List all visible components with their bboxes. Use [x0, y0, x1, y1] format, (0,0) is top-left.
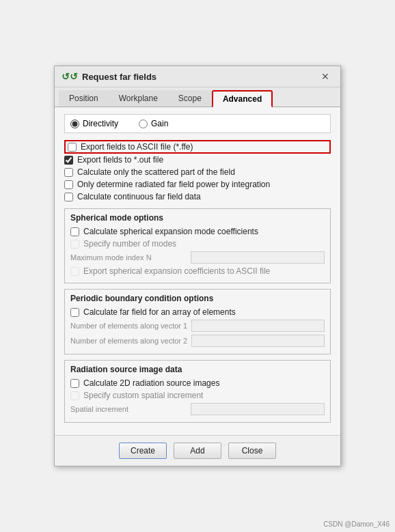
- export-coeff-row: Export spherical expansion coefficients …: [70, 265, 325, 277]
- export-ascii-label[interactable]: Export fields to ASCII file (*.ffe): [81, 142, 193, 152]
- tab-position[interactable]: Position: [59, 90, 109, 107]
- calc-2d-checkbox[interactable]: [70, 379, 79, 388]
- vector2-row: Number of elements along vector 2: [70, 333, 325, 348]
- specify-modes-row: Specify number of modes: [70, 238, 325, 250]
- export-ascii-row: Export fields to ASCII file (*.ffe): [64, 140, 331, 154]
- dialog-icon: ↺↺: [62, 71, 78, 82]
- radiated-checkbox[interactable]: [64, 180, 73, 189]
- calc-expansion-checkbox[interactable]: [70, 227, 79, 236]
- calc-far-row: Calculate far field for an array of elem…: [70, 306, 325, 318]
- tab-scope[interactable]: Scope: [168, 90, 212, 107]
- spherical-group: Spherical mode options Calculate spheric…: [64, 208, 331, 283]
- close-button[interactable]: ✕: [317, 70, 333, 83]
- periodic-group-label: Periodic boundary condition options: [70, 294, 325, 303]
- add-button[interactable]: Add: [174, 443, 221, 459]
- calc-2d-label[interactable]: Calculate 2D radiation source images: [83, 378, 219, 388]
- calc-far-checkbox[interactable]: [70, 308, 79, 317]
- continuous-checkbox[interactable]: [64, 193, 73, 201]
- gain-label: Gain: [151, 119, 168, 128]
- export-out-row: Export fields to *.out file: [64, 154, 331, 166]
- vector1-label: Number of elements along vector 1: [70, 322, 187, 330]
- custom-increment-label: Specify custom spatial increment: [83, 391, 203, 400]
- tab-advanced[interactable]: Advanced: [212, 90, 273, 107]
- specify-modes-checkbox[interactable]: [70, 240, 79, 249]
- calc-2d-row: Calculate 2D radiation source images: [70, 377, 325, 389]
- export-coeff-label: Export spherical expansion coefficients …: [83, 266, 270, 276]
- scattered-row: Calculate only the scattered part of the…: [64, 166, 331, 178]
- spatial-increment-label: Spatial increment: [70, 405, 187, 413]
- scattered-label[interactable]: Calculate only the scattered part of the…: [77, 167, 235, 177]
- scattered-checkbox[interactable]: [64, 168, 73, 177]
- max-index-input[interactable]: [191, 251, 325, 264]
- directivity-radio[interactable]: [70, 120, 79, 128]
- radiation-group: Radiation source image data Calculate 2D…: [64, 360, 331, 423]
- specify-modes-label: Specify number of modes: [83, 239, 176, 249]
- directivity-label: Directivity: [83, 119, 118, 128]
- radio-group: Directivity Gain: [64, 114, 331, 133]
- export-coeff-checkbox[interactable]: [70, 267, 79, 276]
- radiated-row: Only determine radiated far field power …: [64, 178, 331, 191]
- footer: Create Add Close: [55, 435, 340, 466]
- close-dialog-button[interactable]: Close: [228, 443, 276, 459]
- create-button[interactable]: Create: [119, 443, 167, 459]
- export-out-checkbox[interactable]: [64, 156, 73, 165]
- custom-increment-checkbox[interactable]: [70, 391, 79, 400]
- title-bar: ↺↺ Request far fields ✕: [55, 66, 340, 87]
- spatial-increment-input[interactable]: [191, 403, 325, 415]
- max-index-row: Maximum mode index N: [70, 250, 325, 265]
- dialog: ↺↺ Request far fields ✕ Position Workpla…: [54, 66, 341, 466]
- calc-far-label[interactable]: Calculate far field for an array of elem…: [83, 307, 236, 317]
- main-checkboxes: Export fields to ASCII file (*.ffe) Expo…: [64, 140, 331, 203]
- spherical-group-label: Spherical mode options: [70, 213, 325, 223]
- calc-expansion-row: Calculate spherical expansion mode coeff…: [70, 225, 325, 238]
- calc-expansion-label[interactable]: Calculate spherical expansion mode coeff…: [83, 227, 258, 236]
- watermark: CSDN @Damon_X46: [323, 520, 390, 528]
- periodic-group: Periodic boundary condition options Calc…: [64, 289, 331, 354]
- max-index-label: Maximum mode index N: [70, 253, 187, 262]
- continuous-row: Calculate continuous far field data: [64, 191, 331, 203]
- gain-radio-item[interactable]: Gain: [139, 119, 168, 128]
- vector1-input[interactable]: [191, 320, 325, 332]
- vector2-label: Number of elements along vector 2: [70, 337, 187, 345]
- gain-radio[interactable]: [139, 120, 148, 128]
- spatial-increment-row: Spatial increment: [70, 402, 325, 417]
- vector1-row: Number of elements along vector 1: [70, 318, 325, 333]
- export-out-label[interactable]: Export fields to *.out file: [77, 155, 163, 165]
- directivity-radio-item[interactable]: Directivity: [70, 119, 118, 128]
- radiated-label[interactable]: Only determine radiated far field power …: [77, 180, 270, 189]
- vector2-input[interactable]: [191, 335, 325, 347]
- content-area: Directivity Gain Export fields to ASCII …: [55, 107, 340, 435]
- tab-bar: Position Workplane Scope Advanced: [55, 87, 340, 107]
- continuous-label[interactable]: Calculate continuous far field data: [77, 192, 201, 201]
- dialog-title: Request far fields: [82, 72, 156, 82]
- tab-workplane[interactable]: Workplane: [109, 90, 168, 107]
- radiation-group-label: Radiation source image data: [70, 365, 325, 374]
- custom-increment-row: Specify custom spatial increment: [70, 389, 325, 402]
- export-ascii-checkbox[interactable]: [68, 143, 77, 152]
